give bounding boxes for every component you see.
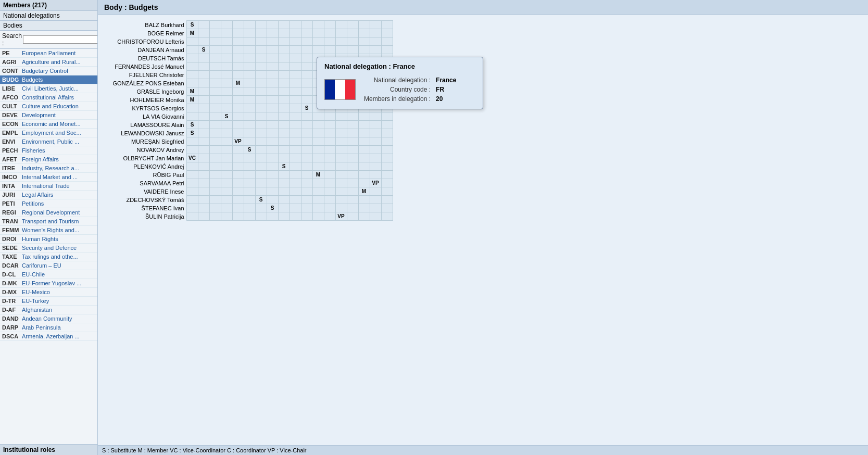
sidebar-item-pe[interactable]: PEEuropean Parliament — [0, 49, 97, 58]
grid-cell[interactable]: S — [255, 196, 267, 204]
grid-cell[interactable] — [244, 79, 255, 87]
grid-cell[interactable] — [221, 204, 232, 212]
sidebar-item-pech[interactable]: PECHFisheries — [0, 146, 97, 155]
grid-cell[interactable]: VP — [335, 212, 347, 221]
grid-cell[interactable] — [221, 146, 232, 154]
grid-cell[interactable] — [244, 187, 255, 196]
grid-cell[interactable] — [370, 137, 381, 146]
grid-cell[interactable] — [358, 37, 370, 46]
grid-cell[interactable]: S — [186, 129, 198, 137]
grid-cell[interactable] — [232, 104, 244, 112]
sidebar-item-cont[interactable]: CONTBudgetary Control — [0, 67, 97, 75]
grid-cell[interactable] — [370, 112, 381, 121]
grid-cell[interactable] — [370, 146, 381, 154]
grid-cell[interactable] — [301, 54, 312, 62]
grid-cell[interactable] — [290, 162, 301, 171]
grid-cell[interactable] — [209, 71, 221, 79]
grid-cell[interactable] — [358, 171, 370, 179]
grid-cell[interactable] — [244, 104, 255, 112]
grid-cell[interactable] — [221, 212, 232, 221]
grid-cell[interactable] — [221, 29, 232, 37]
grid-cell[interactable] — [198, 154, 209, 162]
grid-cell[interactable] — [244, 96, 255, 104]
sidebar-item-sede[interactable]: SEDESecurity and Defence — [0, 244, 97, 252]
grid-cell[interactable] — [335, 137, 347, 146]
grid-cell[interactable] — [198, 79, 209, 87]
grid-cell[interactable] — [301, 187, 312, 196]
grid-cell[interactable] — [301, 96, 312, 104]
grid-cell[interactable] — [209, 196, 221, 204]
grid-cell[interactable] — [335, 29, 347, 37]
grid-cell[interactable] — [324, 154, 335, 162]
grid-cell[interactable] — [290, 104, 301, 112]
grid-cell[interactable] — [335, 121, 347, 129]
grid-cell[interactable] — [381, 137, 393, 146]
grid-cell[interactable] — [186, 187, 198, 196]
grid-cell[interactable] — [347, 171, 358, 179]
grid-cell[interactable] — [347, 146, 358, 154]
grid-cell[interactable] — [324, 29, 335, 37]
grid-cell[interactable] — [255, 171, 267, 179]
grid-cell[interactable] — [221, 46, 232, 54]
sidebar-item-juri[interactable]: JURILegal Affairs — [0, 191, 97, 199]
sidebar-item-dand[interactable]: DANDAndean Community — [0, 314, 97, 323]
grid-cell[interactable] — [347, 137, 358, 146]
grid-cell[interactable] — [232, 87, 244, 96]
grid-cell[interactable] — [370, 21, 381, 29]
grid-cell[interactable] — [370, 204, 381, 212]
grid-cell[interactable] — [278, 171, 290, 179]
grid-cell[interactable] — [381, 112, 393, 121]
grid-cell[interactable] — [370, 37, 381, 46]
grid-cell[interactable] — [290, 179, 301, 187]
grid-cell[interactable] — [290, 137, 301, 146]
grid-cell[interactable] — [267, 162, 278, 171]
grid-cell[interactable] — [232, 46, 244, 54]
grid-cell[interactable] — [198, 212, 209, 221]
grid-cell[interactable] — [278, 146, 290, 154]
grid-cell[interactable] — [301, 129, 312, 137]
grid-cell[interactable]: VP — [232, 137, 244, 146]
grid-cell[interactable] — [244, 71, 255, 79]
grid-cell[interactable] — [255, 87, 267, 96]
grid-cell[interactable] — [232, 54, 244, 62]
sidebar-item-inta[interactable]: INTAInternational Trade — [0, 182, 97, 191]
grid-cell[interactable] — [267, 129, 278, 137]
grid-cell[interactable] — [198, 112, 209, 121]
grid-cell[interactable] — [232, 171, 244, 179]
grid-cell[interactable] — [335, 146, 347, 154]
grid-cell[interactable] — [335, 187, 347, 196]
grid-cell[interactable] — [186, 71, 198, 79]
grid-cell[interactable] — [186, 204, 198, 212]
grid-cell[interactable] — [335, 162, 347, 171]
grid-cell[interactable] — [255, 79, 267, 87]
grid-cell[interactable] — [244, 179, 255, 187]
grid-cell[interactable] — [290, 29, 301, 37]
grid-cell[interactable] — [381, 204, 393, 212]
grid-cell[interactable] — [209, 21, 221, 29]
grid-cell[interactable]: S — [186, 121, 198, 129]
grid-cell[interactable] — [312, 146, 324, 154]
grid-cell[interactable] — [358, 154, 370, 162]
grid-cell[interactable] — [255, 96, 267, 104]
grid-cell[interactable] — [232, 212, 244, 221]
grid-cell[interactable] — [255, 104, 267, 112]
grid-cell[interactable] — [186, 179, 198, 187]
grid-cell[interactable] — [209, 154, 221, 162]
grid-cell[interactable] — [324, 46, 335, 54]
sidebar-item-darp[interactable]: DARPArab Peninsula — [0, 323, 97, 332]
sidebar-item-deve[interactable]: DEVEDevelopment — [0, 111, 97, 120]
grid-cell[interactable] — [267, 187, 278, 196]
grid-cell[interactable] — [381, 37, 393, 46]
grid-cell[interactable] — [301, 171, 312, 179]
grid-cell[interactable] — [244, 121, 255, 129]
grid-cell[interactable] — [186, 162, 198, 171]
grid-cell[interactable] — [278, 196, 290, 204]
grid-cell[interactable] — [221, 171, 232, 179]
grid-cell[interactable]: S — [221, 112, 232, 121]
grid-cell[interactable] — [335, 37, 347, 46]
grid-cell[interactable] — [381, 187, 393, 196]
grid-cell[interactable] — [232, 196, 244, 204]
grid-cell[interactable] — [198, 129, 209, 137]
grid-cell[interactable] — [244, 87, 255, 96]
grid-cell[interactable] — [267, 79, 278, 87]
